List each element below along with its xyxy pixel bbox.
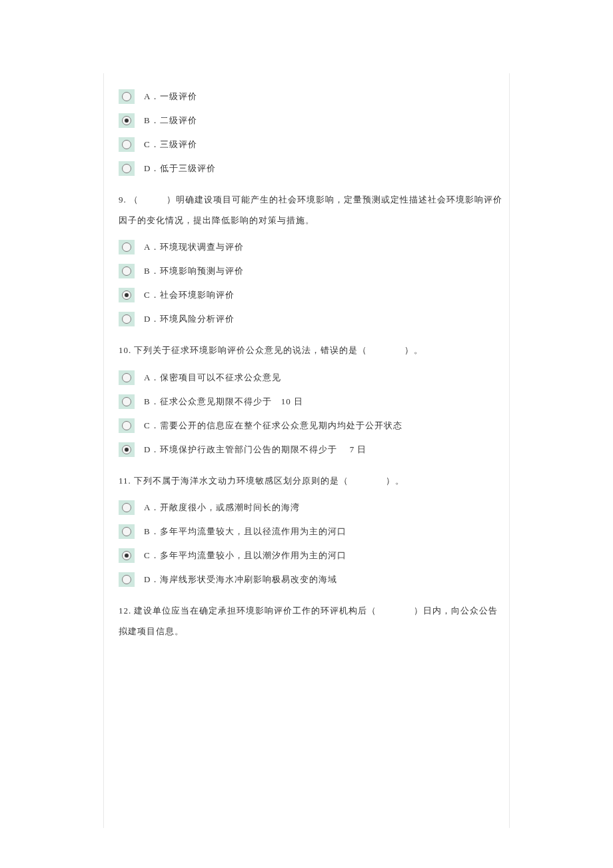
q8-option-b[interactable]: B．二级评价	[119, 113, 503, 128]
radio-icon	[119, 312, 135, 326]
radio-icon	[119, 161, 135, 176]
radio-icon	[119, 264, 135, 278]
q10-text: 10.下列关于征求环境影响评价公众意见的说法，错误的是（ ）。	[119, 340, 503, 360]
q10-option-b[interactable]: B．征求公众意见期限不得少于 10 日	[119, 394, 503, 409]
option-label: B．征求公众意见期限不得少于 10 日	[144, 396, 303, 408]
option-label: C．社会环境影响评价	[144, 289, 235, 301]
option-label: A．保密项目可以不征求公众意见	[144, 372, 281, 384]
option-label: C．多年平均流量较小，且以潮汐作用为主的河口	[144, 550, 346, 562]
q9-option-c[interactable]: C．社会环境影响评价	[119, 288, 503, 302]
q10-option-a[interactable]: A．保密项目可以不征求公众意见	[119, 370, 503, 385]
q9-number: 9.	[119, 195, 127, 205]
q12-text: 12.建设单位应当在确定承担环境影响评价工作的环评机构后（ ）日内，向公众公告拟…	[119, 600, 503, 642]
q11-option-a[interactable]: A．开敞度很小，或感潮时间长的海湾	[119, 500, 503, 515]
q9-option-b[interactable]: B．环境影响预测与评价	[119, 264, 503, 278]
option-label: B．环境影响预测与评价	[144, 265, 244, 277]
q8-option-a[interactable]: A．一级评价	[119, 89, 503, 104]
document-page: A．一级评价 B．二级评价 C．三级评价 D．低于三级评价 9.（ ）明确建设项…	[0, 0, 613, 868]
radio-icon	[119, 370, 135, 385]
option-label: A．一级评价	[144, 91, 197, 103]
radio-icon	[119, 500, 135, 515]
option-label: D．环境保护行政主管部门公告的期限不得少于 7 日	[144, 444, 366, 456]
radio-icon	[119, 394, 135, 409]
radio-icon	[119, 442, 135, 457]
radio-icon	[119, 524, 135, 539]
q9-body: （ ）明确建设项目可能产生的社会环境影响，定量预测或定性描述社会环境影响评价因子…	[119, 195, 502, 225]
radio-icon	[119, 240, 135, 254]
radio-icon	[119, 572, 135, 587]
q9-option-a[interactable]: A．环境现状调查与评价	[119, 240, 503, 254]
option-label: A．开敞度很小，或感潮时间长的海湾	[144, 502, 300, 514]
option-label: D．海岸线形状受海水冲刷影响极易改变的海域	[144, 574, 337, 586]
option-label: C．需要公开的信息应在整个征求公众意见期内均处于公开状态	[144, 420, 402, 432]
q9-option-d[interactable]: D．环境风险分析评价	[119, 312, 503, 326]
q11-option-d[interactable]: D．海岸线形状受海水冲刷影响极易改变的海域	[119, 572, 503, 587]
option-label: B．二级评价	[144, 115, 197, 127]
option-label: D．环境风险分析评价	[144, 313, 235, 325]
q8-option-c[interactable]: C．三级评价	[119, 137, 503, 152]
radio-icon	[119, 548, 135, 563]
q10-option-d[interactable]: D．环境保护行政主管部门公告的期限不得少于 7 日	[119, 442, 503, 457]
radio-icon	[119, 89, 135, 104]
radio-icon	[119, 288, 135, 302]
option-label: C．三级评价	[144, 139, 197, 151]
q11-option-c[interactable]: C．多年平均流量较小，且以潮汐作用为主的河口	[119, 548, 503, 563]
q9-text: 9.（ ）明确建设项目可能产生的社会环境影响，定量预测或定性描述社会环境影响评价…	[119, 189, 503, 230]
content-area: A．一级评价 B．二级评价 C．三级评价 D．低于三级评价 9.（ ）明确建设项…	[107, 89, 510, 642]
q11-body: 下列不属于海洋水文动力环境敏感区划分原则的是（ ）。	[134, 476, 404, 486]
q11-number: 11.	[119, 476, 131, 486]
q10-option-c[interactable]: C．需要公开的信息应在整个征求公众意见期内均处于公开状态	[119, 418, 503, 433]
q12-number: 12.	[119, 606, 131, 616]
q11-option-b[interactable]: B．多年平均流量较大，且以径流作用为主的河口	[119, 524, 503, 539]
radio-icon	[119, 113, 135, 128]
q10-body: 下列关于征求环境影响评价公众意见的说法，错误的是（ ）。	[134, 345, 423, 355]
option-label: B．多年平均流量较大，且以径流作用为主的河口	[144, 526, 346, 538]
q8-option-d[interactable]: D．低于三级评价	[119, 161, 503, 176]
q10-number: 10.	[119, 345, 131, 355]
radio-icon	[119, 418, 135, 433]
q12-body: 建设单位应当在确定承担环境影响评价工作的环评机构后（ ）日内，向公众公告拟建项目…	[119, 606, 498, 636]
q11-text: 11.下列不属于海洋水文动力环境敏感区划分原则的是（ ）。	[119, 470, 503, 491]
radio-icon	[119, 137, 135, 152]
option-label: A．环境现状调查与评价	[144, 241, 244, 253]
option-label: D．低于三级评价	[144, 163, 216, 175]
